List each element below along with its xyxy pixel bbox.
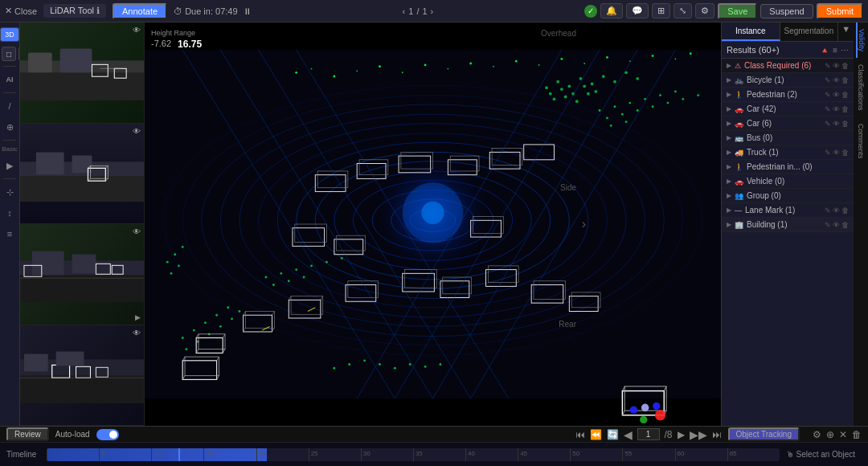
add-bottom-icon[interactable]: ⊕ [826, 429, 834, 440]
save-button[interactable]: Save [718, 3, 757, 19]
truck-eye-icon[interactable]: 👁 [833, 149, 840, 157]
submit-button[interactable]: Submit [817, 3, 863, 19]
truck-edit-icon[interactable]: ✎ [825, 149, 831, 157]
annotate-button[interactable]: Annotate [113, 3, 167, 19]
misc-tool-3[interactable]: ≡ [2, 226, 18, 242]
ped-eye-icon[interactable]: 👁 [833, 91, 840, 99]
more-icon[interactable]: ⋯ [841, 46, 849, 55]
tool-3d-button[interactable]: 3D [0, 27, 19, 42]
cam-1-eye-icon[interactable]: 👁 [133, 26, 141, 35]
list-icon[interactable]: ≡ [833, 46, 837, 55]
misc-tool-1[interactable]: ⊹ [2, 184, 18, 200]
prev-frame-icon[interactable]: ⏪ [590, 429, 602, 440]
line-tool-button[interactable]: / [2, 98, 18, 114]
t-mark-10[interactable]: 10 [151, 448, 203, 461]
settings-bottom-icon[interactable]: ⚙ [813, 429, 821, 440]
truck-item[interactable]: ▶ 🚚 Truck (1) ✎ 👁 🗑 [722, 145, 854, 160]
auto-load-toggle[interactable] [96, 429, 119, 440]
edit-icon[interactable]: ✎ [825, 62, 831, 70]
bus-item[interactable]: ▶ 🚌 Bus (0) [722, 131, 854, 145]
delete-icon[interactable]: 🗑 [841, 62, 849, 70]
class-required-item[interactable]: ▶ ⚠ Class Required (6) ✎ 👁 🗑 [722, 59, 854, 73]
car42-delete-icon[interactable]: 🗑 [841, 105, 849, 113]
t-mark-40[interactable]: 40 [465, 448, 518, 461]
building-eye-icon[interactable]: 👁 [833, 221, 840, 229]
building-edit-icon[interactable]: ✎ [825, 221, 831, 229]
car6-delete-icon[interactable]: 🗑 [841, 120, 849, 128]
skip-end-icon[interactable]: ⏭ [712, 429, 722, 440]
t-mark-35[interactable]: 35 [413, 448, 465, 461]
car6-eye-icon[interactable]: 👁 [833, 120, 840, 128]
frame-input[interactable] [637, 428, 660, 440]
car42-edit-icon[interactable]: ✎ [825, 105, 831, 113]
t-mark-30[interactable]: 30 [361, 448, 413, 461]
pedestrian-item[interactable]: ▶ 🚶 Pedestrian (2) ✎ 👁 🗑 [722, 88, 854, 102]
bicycle-edit-icon[interactable]: ✎ [825, 76, 831, 84]
cam-2-eye-icon[interactable]: 👁 [133, 127, 141, 136]
car-6-item[interactable]: ▶ 🚗 Car (6) ✎ 👁 🗑 [722, 117, 854, 131]
t-mark-55[interactable]: 55 [622, 448, 674, 461]
lane-eye-icon[interactable]: 👁 [833, 206, 840, 215]
eye-icon[interactable]: 👁 [833, 62, 840, 70]
bicycle-delete-icon[interactable]: 🗑 [841, 76, 849, 84]
validity-label[interactable]: Validity [856, 22, 866, 58]
info-icon[interactable]: ℹ [96, 6, 100, 15]
loop-icon[interactable]: 🔄 [607, 429, 619, 440]
t-mark-20[interactable]: 20 [256, 448, 309, 461]
close-bottom-icon[interactable]: ✕ [839, 429, 847, 440]
t-mark-5[interactable]: 5 [99, 448, 151, 461]
suspend-button[interactable]: Suspend [760, 4, 813, 18]
filter-triangle-icon[interactable]: 🔺 [820, 46, 829, 55]
play-tool-button[interactable]: ▶ [2, 157, 18, 174]
misc-tool-2[interactable]: ↕ [2, 205, 18, 221]
lidar-canvas-area[interactable]: Height Range -7.62 16.75 Overhead Side R… [145, 22, 721, 426]
next-step-icon[interactable]: ▶▶ [690, 428, 707, 441]
t-mark-15[interactable]: 15 [203, 448, 256, 461]
t-mark-65[interactable]: 65 [727, 448, 780, 461]
t-mark-60[interactable]: 60 [675, 448, 727, 461]
timeline-track[interactable]: 5 10 15 20 25 30 35 40 45 50 55 60 65 [47, 448, 780, 461]
grid-icon-button[interactable]: ⊞ [652, 3, 670, 18]
t-mark-0[interactable] [47, 448, 99, 461]
t-mark-50[interactable]: 50 [570, 448, 622, 461]
t-mark-45[interactable]: 45 [518, 448, 570, 461]
car-42-item[interactable]: ▶ 🚗 Car (42) ✎ 👁 🗑 [722, 102, 854, 117]
expand-icon-button[interactable]: ⤡ [674, 3, 692, 18]
car42-eye-icon[interactable]: 👁 [833, 105, 840, 113]
instance-tab[interactable]: Instance [722, 22, 780, 41]
delete-bottom-icon[interactable]: 🗑 [852, 429, 862, 440]
tool-box3-button[interactable]: □ [2, 47, 16, 61]
car6-edit-icon[interactable]: ✎ [825, 120, 831, 128]
settings-icon-button[interactable]: ⚙ [695, 3, 714, 18]
chat-icon-button[interactable]: 💬 [626, 3, 649, 18]
skip-start-icon[interactable]: ⏮ [575, 429, 585, 440]
nav-next[interactable]: › [431, 6, 434, 16]
play-icon[interactable]: ▶ [678, 429, 685, 440]
comments-label[interactable]: Comments [857, 117, 865, 166]
object-tracking-button[interactable]: Object Tracking [728, 427, 800, 441]
prev-step-icon[interactable]: ◀ [624, 428, 633, 441]
close-button[interactable]: ✕ Close [5, 6, 37, 16]
add-tool-button[interactable]: ⊕ [2, 119, 18, 135]
lane-edit-icon[interactable]: ✎ [825, 206, 831, 215]
ped-delete-icon[interactable]: 🗑 [841, 91, 849, 99]
review-button[interactable]: Review [6, 427, 49, 441]
classifications-label[interactable]: Classifications [857, 58, 865, 117]
cam-4-eye-icon[interactable]: 👁 [133, 329, 141, 337]
segmentation-tab[interactable]: Segmentation [780, 22, 839, 41]
lane-mark-item[interactable]: ▶ — Lane Mark (1) ✎ 👁 🗑 [722, 203, 854, 218]
lane-delete-icon[interactable]: 🗑 [841, 206, 849, 215]
bell-icon-button[interactable]: 🔔 [600, 3, 623, 18]
right-nav-arrow[interactable]: › [582, 217, 586, 231]
nav-prev[interactable]: ‹ [403, 6, 406, 16]
ai-tool-button[interactable]: AI [2, 72, 18, 88]
truck-delete-icon[interactable]: 🗑 [841, 149, 849, 157]
group-item[interactable]: ▶ 👥 Group (0) [722, 189, 854, 203]
vehicle-item[interactable]: ▶ 🚗 Vehicle (0) [722, 174, 854, 189]
ped-inv-item[interactable]: ▶ 🚶 Pedestrian in... (0) [722, 160, 854, 174]
ped-edit-icon[interactable]: ✎ [825, 91, 831, 99]
cam-3-eye-icon[interactable]: 👁 [133, 227, 141, 236]
building-delete-icon[interactable]: 🗑 [841, 221, 849, 229]
t-mark-25[interactable]: 25 [309, 448, 361, 461]
filter-icon[interactable]: ▼ [838, 22, 854, 41]
